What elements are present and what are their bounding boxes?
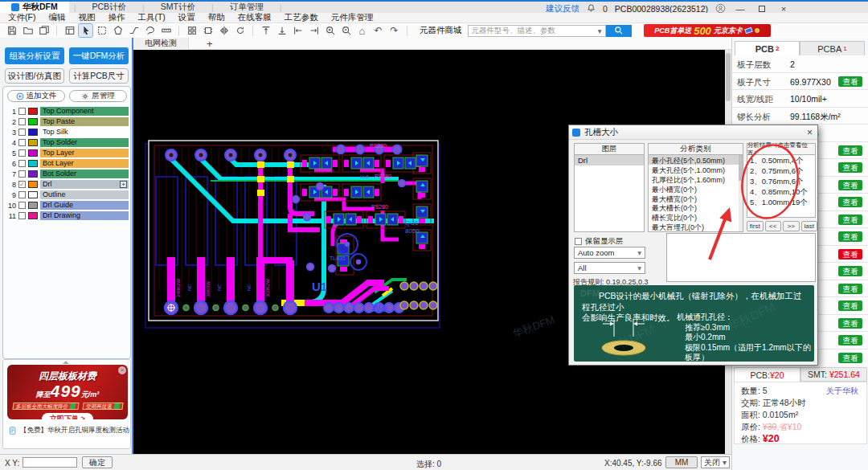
tab-pcb-pricing[interactable]: PCB计价 xyxy=(80,2,137,13)
search-input[interactable]: 元器件型号、描述、参数 ▾ xyxy=(468,25,606,37)
unit-button[interactable]: MM xyxy=(665,456,698,468)
route-icon[interactable] xyxy=(127,24,141,37)
home-icon[interactable]: ⌂ xyxy=(355,24,369,37)
layer-checkbox[interactable] xyxy=(18,129,26,136)
xy-confirm-button[interactable]: 确定 xyxy=(82,456,113,468)
layer-checkbox[interactable] xyxy=(18,160,26,167)
pager-prev-button[interactable]: << xyxy=(765,221,782,231)
price-tab-pcb[interactable]: PCB:¥20 xyxy=(734,367,800,382)
filter-select[interactable]: All▾ xyxy=(574,262,645,274)
category-item[interactable]: 槽长宽比(0个) xyxy=(649,212,743,222)
layer-checkbox[interactable] xyxy=(18,118,26,125)
tab-pcb-report[interactable]: PCB2 xyxy=(735,41,800,55)
open-icon[interactable] xyxy=(21,24,35,37)
view-button[interactable]: 查看 xyxy=(838,318,862,329)
category-item[interactable]: 最大盲埋孔(0个) xyxy=(649,222,743,231)
view-button[interactable]: 查看 xyxy=(838,162,862,173)
add-tab-button[interactable]: + xyxy=(207,38,213,50)
ad-close-icon[interactable]: × xyxy=(118,366,126,374)
view-button[interactable]: 查看 xyxy=(838,197,862,207)
append-file-button[interactable]: 追加文件 xyxy=(7,90,65,102)
view-button[interactable]: 查看 xyxy=(838,76,862,87)
promo-card[interactable]: × 四层板板材费 降至499元/m² 多层板全面大幅度降价 交期再提速 立即下单… xyxy=(7,365,128,419)
save-icon[interactable] xyxy=(5,24,18,37)
layer-checkbox[interactable] xyxy=(18,170,26,178)
menu-view[interactable]: 视图 xyxy=(78,12,95,23)
component-icon[interactable] xyxy=(201,24,215,37)
layer-row-drl[interactable]: 8 ✓ Drl+ xyxy=(5,179,129,190)
menu-component-library[interactable]: 元件库管理 xyxy=(331,12,374,23)
result-item[interactable]: 3、0.76mm,6个 xyxy=(747,176,815,186)
align-left-icon[interactable] xyxy=(291,24,305,37)
design-sim-button[interactable]: 设计图/仿真图 xyxy=(5,68,64,84)
view-button[interactable]: 查看 xyxy=(838,145,862,156)
category-item[interactable]: 最大槽宽(0个) xyxy=(649,194,743,203)
tab-pcba-report[interactable]: PCBA1 xyxy=(800,41,865,55)
xy-input[interactable] xyxy=(23,457,77,468)
menu-operate[interactable]: 操作 xyxy=(108,12,125,23)
layer-row-top-layer[interactable]: 5 Top Layer xyxy=(5,148,129,158)
marquee-select-icon[interactable] xyxy=(95,24,108,37)
menu-tools[interactable]: 工具(T) xyxy=(137,12,165,23)
dialog-layer-item[interactable]: Drl xyxy=(575,155,644,166)
promo-banner[interactable]: PCB首单送 500 元京东卡 xyxy=(644,24,771,37)
layer-checkbox[interactable] xyxy=(18,108,26,115)
view-button-error[interactable]: 查看 xyxy=(838,249,862,260)
one-click-dfm-button[interactable]: 一键DFM分析 xyxy=(69,47,129,64)
menu-settings[interactable]: 设置 xyxy=(178,12,195,23)
pager-first-button[interactable]: first xyxy=(747,221,764,231)
layer-checkbox-checked[interactable]: ✓ xyxy=(18,181,26,188)
tab-huaqiu-dfm[interactable]: 华秋DFM xyxy=(0,2,69,13)
layer-row-outline[interactable]: 9 Outline xyxy=(5,190,129,200)
ad-order-button[interactable]: 立即下单 > xyxy=(42,413,93,419)
view-button[interactable]: 查看 xyxy=(838,215,862,225)
tab-order-management[interactable]: 订单管理 xyxy=(219,2,275,13)
layer-checkbox[interactable] xyxy=(18,191,26,198)
layer-row-top-solder[interactable]: 4 Top Solder xyxy=(5,137,129,148)
view-button[interactable]: 查看 xyxy=(838,335,862,345)
search-button[interactable] xyxy=(606,25,632,37)
layer-row-top-silk[interactable]: 3 Top Silk xyxy=(5,127,129,137)
layer-row-bot-layer[interactable]: 6 Bot Layer xyxy=(5,158,129,169)
tab-net-check[interactable]: 电网检测 xyxy=(133,38,189,50)
menu-process-params[interactable]: 工艺参数 xyxy=(285,12,318,23)
category-item[interactable]: 最大槽长(0个) xyxy=(649,202,743,212)
view-button[interactable]: 查看 xyxy=(838,284,862,294)
layer-checkbox[interactable] xyxy=(18,149,26,157)
layer-checkbox[interactable] xyxy=(18,139,26,146)
layer-row-drl-drawing[interactable]: 11 Drl Drawing xyxy=(5,210,129,221)
pager-next-button[interactable]: >> xyxy=(783,221,800,231)
align-right-icon[interactable] xyxy=(307,24,321,37)
view-button[interactable]: 查看 xyxy=(838,300,862,311)
menu-online-service[interactable]: 在线客服 xyxy=(238,12,272,23)
menu-file[interactable]: 文件(F) xyxy=(8,12,35,23)
calc-pcb-size-button[interactable]: 计算PCB尺寸 xyxy=(69,68,129,84)
menu-edit[interactable]: 编辑 xyxy=(48,12,65,23)
panelize-icon[interactable] xyxy=(185,24,199,37)
layer-row-top-paste[interactable]: 2 Top Paste xyxy=(5,116,129,127)
zoom-mode-select[interactable]: Auto zoom▾ xyxy=(574,247,645,259)
mirror-icon[interactable] xyxy=(217,24,231,37)
lasso-select-icon[interactable] xyxy=(143,24,157,37)
redo-icon[interactable]: ↷ xyxy=(387,24,401,37)
category-item[interactable]: 最小槽宽(0个) xyxy=(649,184,743,194)
pager-last-button[interactable]: last xyxy=(801,221,818,231)
price-tab-smt[interactable]: SMT: ¥251.64 xyxy=(800,367,867,382)
ad-collapse-icon[interactable] xyxy=(63,361,69,364)
polygon-select-icon[interactable] xyxy=(111,24,125,37)
layer-row-drl-guide[interactable]: 10 Drl Guide xyxy=(5,200,129,210)
result-item[interactable]: 2、0.75mm,6个 xyxy=(747,166,815,176)
layer-row-top-component[interactable]: 1 Top Component xyxy=(5,106,129,116)
view-button[interactable]: 查看 xyxy=(838,353,862,363)
category-scrollbar[interactable] xyxy=(739,155,743,231)
rotate-icon[interactable] xyxy=(233,24,247,37)
layer-manager-button[interactable]: 层管理 xyxy=(69,90,127,102)
zoom-in-icon[interactable] xyxy=(323,24,337,37)
align-bottom-icon[interactable] xyxy=(275,24,289,37)
news-item[interactable]: 【免费】华秋开启孔铜厚度检测活动 xyxy=(9,426,129,435)
cursor-select-icon[interactable] xyxy=(79,24,92,37)
view-button[interactable]: 查看 xyxy=(838,266,862,276)
result-item[interactable]: 1、0.50mm,4个 xyxy=(747,155,815,166)
dialog-titlebar[interactable]: 孔槽大小 × xyxy=(569,125,817,140)
undo-icon[interactable]: ↶ xyxy=(371,24,385,37)
